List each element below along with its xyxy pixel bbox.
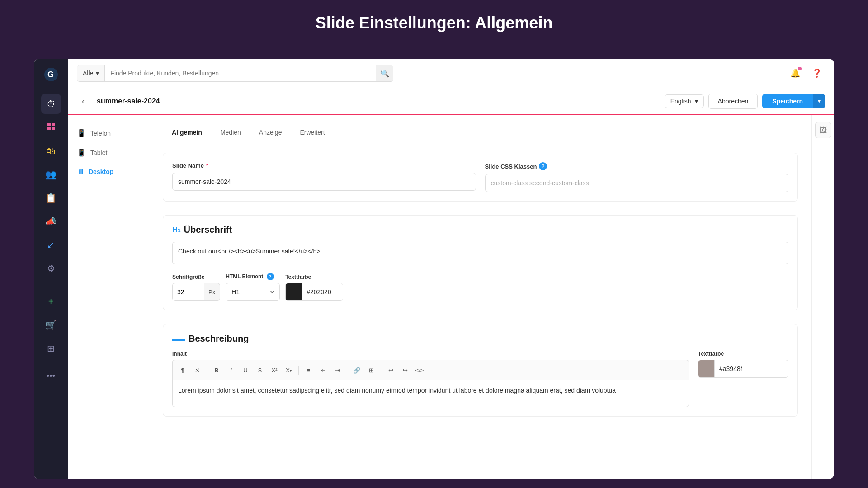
toolbar-sep-3 — [347, 366, 347, 375]
css-classes-label-text: Slide CSS Klassen ? — [485, 162, 789, 170]
back-button[interactable]: ‹ — [77, 95, 90, 108]
color-value-input[interactable] — [302, 283, 343, 300]
toolbar-redo[interactable]: ↪ — [399, 364, 411, 376]
sidebar-item-add[interactable]: + — [41, 291, 61, 311]
svg-rect-5 — [52, 127, 55, 130]
language-select[interactable]: English ▾ — [665, 94, 704, 108]
font-size-control: Px — [172, 283, 220, 301]
tab-medien[interactable]: Medien — [211, 124, 250, 141]
sidebar-item-users[interactable]: 👥 — [41, 164, 61, 184]
beschreibung-editor[interactable]: Lorem ipsum dolor sit amet, consetetur s… — [172, 380, 689, 407]
telefon-label: Telefon — [90, 130, 111, 137]
image-button[interactable]: 🖼 — [815, 122, 831, 138]
main-container: G ⏱ 🛍 👥 📋 📣 — [34, 59, 834, 479]
sidebar-item-cart[interactable]: 🛒 — [41, 315, 61, 335]
search-icon: 🔍 — [380, 69, 389, 78]
sidebar-logo[interactable]: G — [42, 66, 60, 84]
sidebar-item-table[interactable]: ⊞ — [41, 338, 61, 358]
search-wrapper: Alle ▾ 🔍 — [77, 65, 393, 82]
save-button-group: Speichern ▾ — [762, 94, 825, 108]
ueberschrift-title: Überschrift — [184, 225, 232, 235]
users-icon: 👥 — [45, 169, 57, 180]
notifications-button[interactable]: 🔔 — [787, 65, 803, 81]
ueberschrift-textarea[interactable]: Check out our<br /><b><u>Summer sale!</u… — [172, 242, 788, 264]
device-tablet[interactable]: 📱 Tablet — [68, 144, 149, 161]
cancel-button[interactable]: Abbrechen — [708, 94, 758, 109]
sidebar-item-pages[interactable] — [41, 117, 61, 137]
toolbar-link[interactable]: 🔗 — [350, 364, 363, 376]
toolbar-indent-out[interactable]: ⇤ — [316, 364, 329, 376]
sidebar-divider — [42, 285, 60, 285]
tab-allgemein[interactable]: Allgemein — [163, 124, 211, 141]
html-element-info-icon[interactable]: ? — [267, 273, 274, 280]
html-element-select[interactable]: H1 H2 H3 H4 H5 H6 p div span — [226, 283, 280, 301]
desktop-label: Desktop — [89, 168, 113, 175]
toolbar-undo[interactable]: ↩ — [384, 364, 397, 376]
toolbar-superscript[interactable]: X² — [268, 364, 281, 376]
toolbar-strikethrough[interactable]: S — [254, 364, 266, 376]
textfarbe-group: Texttfarbe — [285, 274, 343, 301]
inhalt-label: Inhalt — [172, 351, 689, 357]
chevron-down-icon-3: ▾ — [818, 98, 821, 104]
save-dropdown-button[interactable]: ▾ — [813, 94, 825, 108]
form-content: Allgemein Medien Anzeige Erweitert Slide… — [149, 115, 811, 479]
sidebar-item-marketing[interactable]: 📣 — [41, 211, 61, 231]
sidebar-item-reports[interactable]: 📋 — [41, 188, 61, 208]
desktop-icon: 🖥 — [77, 168, 84, 176]
slide-name-input[interactable] — [172, 173, 476, 191]
toolbar-paragraph[interactable]: ¶ — [176, 364, 189, 376]
header-icons: 🔔 ❓ — [787, 65, 825, 81]
svg-text:G: G — [47, 70, 54, 79]
toolbar-code[interactable]: </> — [413, 364, 426, 376]
sidebar-item-integrations[interactable]: ⤢ — [41, 235, 61, 255]
image-panel: 🖼 — [811, 115, 834, 479]
tab-anzeige[interactable]: Anzeige — [250, 124, 291, 141]
toolbar-clear[interactable]: ✕ — [191, 364, 203, 376]
beschreibung-title: Beschreibung — [189, 333, 249, 344]
svg-rect-3 — [52, 123, 55, 126]
search-input[interactable] — [105, 70, 376, 77]
sidebar-item-settings[interactable]: ⚙ — [41, 258, 61, 278]
toolbar-bold[interactable]: B — [210, 364, 223, 376]
toolbar-italic[interactable]: I — [225, 364, 237, 376]
toolbar-subscript[interactable]: X₂ — [283, 364, 295, 376]
sidebar-item-shop[interactable]: 🛍 — [41, 141, 61, 161]
slide-name-label: summer-sale-2024 — [97, 97, 160, 105]
toolbar-align[interactable]: ≡ — [302, 364, 315, 376]
sidebar-more[interactable]: ••• — [47, 371, 55, 381]
chevron-down-icon-2: ▾ — [695, 98, 698, 105]
tablet-icon: 📱 — [77, 148, 86, 157]
search-button[interactable]: 🔍 — [376, 65, 393, 82]
device-telefon[interactable]: 📱 Telefon — [68, 124, 149, 142]
toolbar-indent-in[interactable]: ⇥ — [331, 364, 344, 376]
beschreibung-color-input[interactable] — [715, 360, 755, 377]
color-control — [285, 283, 343, 301]
table-icon: ⊞ — [47, 343, 55, 354]
search-filter-dropdown[interactable]: Alle ▾ — [77, 65, 105, 81]
html-element-group: HTML Element ? H1 H2 H3 H4 H5 — [226, 273, 280, 301]
beschreibung-color-swatch[interactable] — [698, 360, 715, 377]
toolbar-sep-1 — [207, 366, 207, 375]
css-info-icon[interactable]: ? — [539, 162, 547, 170]
more-icon: ••• — [47, 371, 55, 380]
device-desktop[interactable]: 🖥 Desktop — [68, 163, 149, 180]
tab-bar: Allgemein Medien Anzeige Erweitert — [163, 124, 798, 141]
save-button[interactable]: Speichern — [762, 94, 813, 108]
sidebar-item-dashboard[interactable]: ⏱ — [41, 94, 61, 114]
beschreibung-heading: ▬▬ Beschreibung — [172, 333, 788, 344]
schriftgroesse-label: Schriftgröße — [172, 274, 220, 280]
reports-icon: 📋 — [45, 192, 57, 203]
chevron-left-icon: ‹ — [82, 97, 85, 106]
help-button[interactable]: ❓ — [809, 65, 825, 81]
font-size-input[interactable] — [172, 283, 204, 301]
color-swatch[interactable] — [286, 283, 302, 300]
top-header: Alle ▾ 🔍 🔔 ❓ — [68, 59, 834, 88]
content-area: Alle ▾ 🔍 🔔 ❓ ‹ — [68, 59, 834, 479]
basic-info-section: Slide Name * Slide CSS Klassen ? — [163, 153, 798, 202]
toolbar-underline[interactable]: U — [239, 364, 252, 376]
beschreibung-row: Inhalt ¶ ✕ B I U S X² X₂ — [172, 351, 788, 407]
tab-erweitert[interactable]: Erweitert — [291, 124, 334, 141]
css-classes-input[interactable] — [485, 174, 789, 192]
toolbar-table[interactable]: ⊞ — [365, 364, 377, 376]
notification-badge — [798, 67, 802, 70]
